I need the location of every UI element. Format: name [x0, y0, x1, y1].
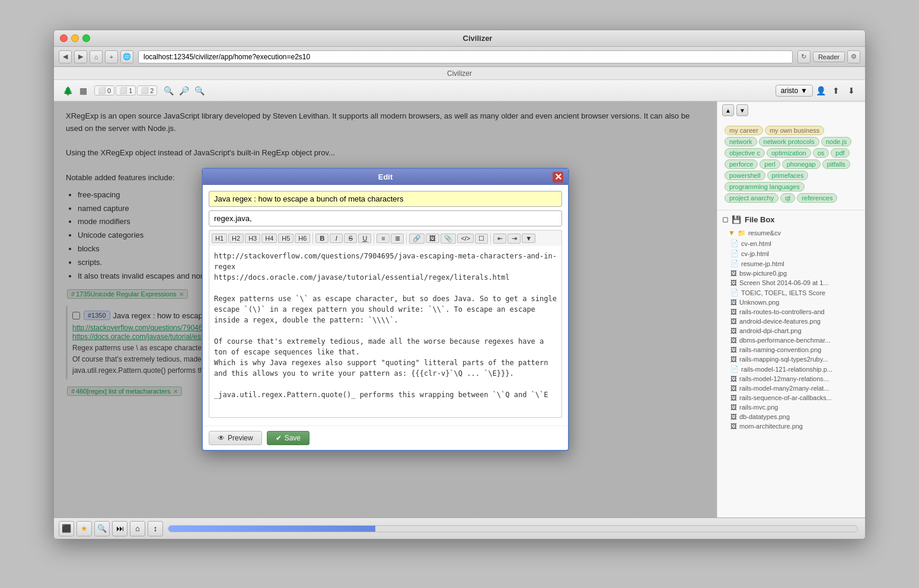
file-unknown[interactable]: 🖼 Unknown.png [728, 298, 860, 307]
file-db-datatypes[interactable]: 🖼 db-datatypes.png [728, 412, 860, 421]
editor-textarea[interactable]: http://stackoverflow.com/questions/79046… [209, 246, 562, 418]
tag-primefaces[interactable]: primefaces [767, 171, 809, 180]
file-rails-sql-types[interactable]: 🖼 rails-mapping-sql-types2ruby... [728, 354, 860, 364]
bottom-next-icon[interactable]: ⏭ [112, 521, 127, 536]
tag-network[interactable]: network [725, 137, 757, 146]
title-input[interactable] [209, 191, 562, 207]
user-dropdown[interactable]: aristo ▼ [776, 85, 813, 97]
indent-right-button[interactable]: ⇥ [508, 234, 521, 244]
add-tab-button[interactable]: + [105, 50, 118, 63]
tag-project-anarchy[interactable]: project anarchy [725, 193, 778, 203]
scroll-down-button[interactable]: ▼ [736, 104, 748, 116]
tag-network-protocols[interactable]: network protocols [759, 137, 819, 146]
tag-powershell[interactable]: powershell [725, 171, 765, 180]
user-profile-icon[interactable]: 👤 [813, 83, 828, 98]
preview-button[interactable]: 👁 Preview [209, 431, 262, 445]
tag-nodejs[interactable]: node.js [821, 137, 851, 146]
link-button[interactable]: 🔗 [409, 234, 425, 244]
minimize-button[interactable] [71, 34, 79, 42]
bottom-arrow-icon[interactable]: ↕ [148, 521, 163, 536]
more-button[interactable]: ▼ [522, 234, 535, 243]
unordered-list-button[interactable]: ≡ [376, 234, 390, 243]
save-file-icon: 💾 [732, 215, 741, 224]
file-bsw-picture[interactable]: 🖼 bsw-picture0.jpg [728, 269, 860, 278]
settings-button[interactable]: ⚙ [847, 50, 860, 63]
heading-h1-button[interactable]: H1 [212, 234, 227, 243]
heading-h5-button[interactable]: H5 [278, 234, 293, 243]
reader-button[interactable]: Reader [813, 52, 845, 62]
tag-programming-languages[interactable]: programming languages [725, 182, 805, 191]
tag-my-career[interactable]: my career [725, 126, 763, 135]
tag-my-own-business[interactable]: my own business [765, 126, 824, 135]
code-button[interactable]: </> [457, 234, 474, 243]
tag-os[interactable]: os [813, 148, 829, 158]
scroll-up-icon[interactable]: ⬆ [828, 83, 844, 98]
tag-objective-c[interactable]: objective c [725, 148, 765, 158]
file-screenshot[interactable]: 🖼 Screen Shot 2014-06-09 at 1... [728, 278, 860, 287]
tag-perforce[interactable]: perforce [725, 159, 758, 169]
file-resume-jp[interactable]: 📄 resume-jp.html [728, 258, 860, 269]
forward-button[interactable]: ▶ [74, 50, 87, 63]
file-icon: 🖼 [730, 346, 737, 353]
ref-button[interactable]: 📎 [441, 234, 456, 244]
file-rails-sequence[interactable]: 🖼 rails-sequence-of-ar-callbacks... [728, 393, 860, 402]
italic-button[interactable]: I [330, 234, 343, 243]
bottom-icon-star[interactable]: ★ [76, 521, 92, 536]
bottom-search-icon[interactable]: 🔍 [94, 521, 110, 536]
scroll-up-button[interactable]: ▲ [722, 104, 734, 116]
search-icon-3[interactable]: 🔍 [192, 83, 207, 98]
underline-button[interactable]: U [358, 234, 371, 243]
toolbar-badge-0[interactable]: ⬜0 [94, 85, 114, 95]
refresh-button[interactable]: ↻ [797, 50, 810, 63]
box-button[interactable]: ☐ [475, 234, 488, 244]
bold-button[interactable]: B [315, 234, 328, 243]
maximize-button[interactable] [82, 34, 90, 42]
heading-h2-button[interactable]: H2 [228, 234, 244, 243]
image-button[interactable]: 🖼 [426, 234, 439, 243]
file-rails-many2many[interactable]: 🖼 rails-model-many2many-relat... [728, 384, 860, 393]
tag-phonegap[interactable]: phonegap [782, 159, 821, 169]
file-android-device[interactable]: 🖼 android-device-features.png [728, 317, 860, 326]
collapse-icon[interactable]: ▢ [722, 216, 728, 223]
file-cv-jp[interactable]: 📄 cv-jp.html [728, 248, 860, 258]
scroll-down-icon[interactable]: ⬇ [844, 83, 859, 98]
toolbar-badge-2[interactable]: ⬜2 [137, 85, 157, 95]
heading-h6-button[interactable]: H6 [295, 234, 310, 243]
heading-h3-button[interactable]: H3 [245, 234, 260, 243]
heading-h4-button[interactable]: H4 [261, 234, 277, 243]
save-button[interactable]: ✔ Save [267, 431, 309, 445]
tags-input[interactable] [209, 210, 562, 226]
ordered-list-button[interactable]: ≣ [391, 234, 404, 244]
file-cv-en[interactable]: 📄 cv-en.html [728, 238, 860, 248]
tag-pdf[interactable]: pdf [831, 148, 849, 158]
tag-qt[interactable]: qt [780, 193, 795, 203]
toolbar-badge-1[interactable]: ⬜1 [116, 85, 136, 95]
tag-pitfalls[interactable]: pitfalls [822, 159, 850, 169]
search-icon-1[interactable]: 🔍 [161, 83, 176, 98]
file-dbms-perf[interactable]: 🖼 dbms-performance-benchmar... [728, 335, 860, 345]
address-bar[interactable] [138, 50, 793, 63]
tag-optimization[interactable]: optimization [767, 148, 811, 158]
file-rails-routes[interactable]: 🖼 rails-routes-to-controllers-and [728, 307, 860, 317]
tag-references[interactable]: references [797, 193, 837, 203]
file-mom-architecture[interactable]: 🖼 mom-architecture.png [728, 421, 860, 431]
file-rails-model-121[interactable]: 📄 rails-model-121-relationship.p... [728, 364, 860, 374]
indent-left-button[interactable]: ⇤ [493, 234, 506, 244]
file-rails-model-12many[interactable]: 🖼 rails-model-12many-relations... [728, 374, 860, 384]
close-button[interactable] [60, 34, 68, 42]
folder-resume-cv[interactable]: ▼ 📁 resume&cv [728, 228, 860, 238]
modal-close-button[interactable]: ✕ [553, 172, 563, 183]
file-rails-naming[interactable]: 🖼 rails-naming-convention.png [728, 345, 860, 354]
home-button[interactable]: ⌂ [90, 50, 103, 63]
bottom-home-icon[interactable]: ⌂ [130, 521, 145, 536]
tag-perl[interactable]: perl [760, 159, 780, 169]
separator-1 [312, 233, 313, 244]
file-rails-mvc[interactable]: 🖼 rails-mvc.png [728, 402, 860, 412]
back-button[interactable]: ◀ [59, 50, 72, 63]
search-icon-2[interactable]: 🔎 [176, 83, 192, 98]
file-android-dpi[interactable]: 🖼 android-dpi-chart.png [728, 326, 860, 335]
file-toeic[interactable]: 📄 TOEIC, TOEFL, IELTS Score [728, 287, 860, 298]
strikethrough-button[interactable]: S [344, 234, 357, 243]
bottom-icon-1[interactable]: ⬛ [59, 521, 74, 536]
toolbar-icon-bar[interactable]: ▦ [75, 83, 91, 98]
